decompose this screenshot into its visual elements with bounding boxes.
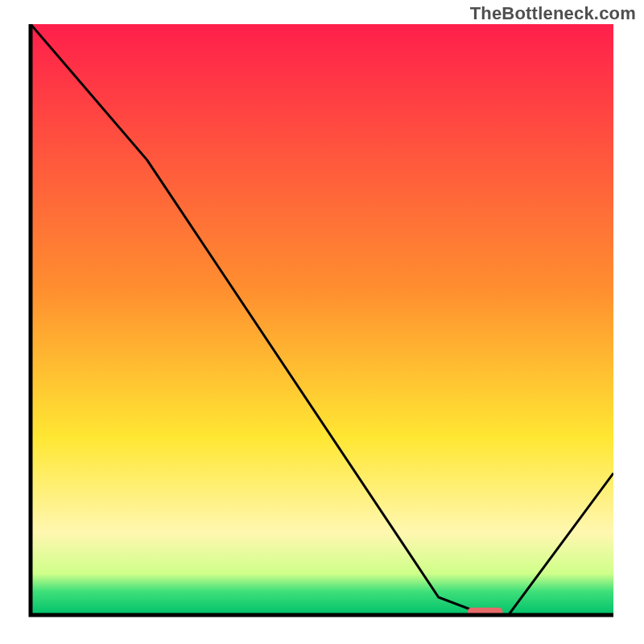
- watermark-text: TheBottleneck.com: [470, 3, 636, 24]
- bottleneck-chart: [0, 0, 644, 644]
- gradient-background: [31, 24, 613, 615]
- chart-stage: TheBottleneck.com: [0, 0, 644, 644]
